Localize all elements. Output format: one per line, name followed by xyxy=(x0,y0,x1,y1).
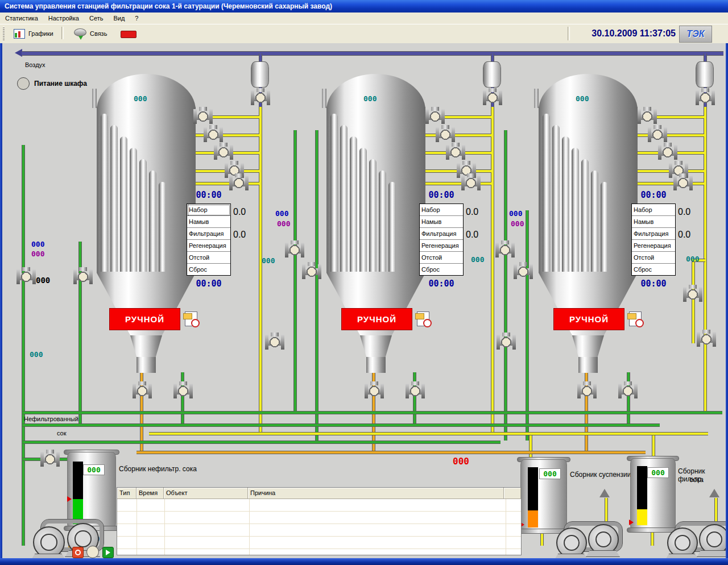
pipe xyxy=(293,130,297,411)
pump[interactable] xyxy=(588,524,619,555)
tank1-label: Сборник нефильтр. сока xyxy=(119,465,197,473)
state-row[interactable]: Набор xyxy=(187,204,230,216)
valve-icon[interactable] xyxy=(638,107,657,126)
state-row[interactable]: Отстой xyxy=(632,252,675,264)
valve-icon[interactable] xyxy=(618,381,638,401)
pump[interactable] xyxy=(699,524,728,555)
valve-icon[interactable] xyxy=(683,285,702,304)
filter1-stem xyxy=(130,335,162,357)
valve-icon[interactable] xyxy=(696,88,715,107)
filter1-timer-bottom: 00:00 xyxy=(187,279,231,289)
valve-icon[interactable] xyxy=(577,381,597,401)
state-row[interactable]: Фильтрация xyxy=(632,228,675,240)
filter1-log-icon[interactable] xyxy=(185,311,197,326)
valve-icon[interactable] xyxy=(461,173,481,193)
valve-icon[interactable] xyxy=(204,125,223,144)
state-row[interactable]: Сброс xyxy=(187,264,230,275)
valve-icon[interactable] xyxy=(251,88,270,107)
valve-icon[interactable] xyxy=(265,333,284,352)
table-gridline xyxy=(249,499,250,555)
link-icon xyxy=(74,28,86,36)
valve-icon[interactable] xyxy=(229,173,249,193)
filter2-stem xyxy=(360,335,392,357)
valve-icon[interactable] xyxy=(658,143,677,162)
state-row[interactable]: Сброс xyxy=(420,264,463,275)
filter1-timer-top: 00:00 xyxy=(187,190,231,200)
pipe xyxy=(652,432,655,458)
valve-icon[interactable] xyxy=(497,333,516,352)
column-header-reason[interactable]: Причина xyxy=(248,488,504,498)
valve-icon[interactable] xyxy=(514,262,533,281)
valve-icon[interactable] xyxy=(133,381,152,401)
state-row[interactable]: Намыв xyxy=(632,216,675,228)
pump-stop-button[interactable] xyxy=(72,547,84,558)
state-row[interactable]: Регенерация xyxy=(420,240,463,252)
pump[interactable] xyxy=(33,526,65,558)
column-header-object[interactable]: Объект xyxy=(164,488,248,498)
column-header-type[interactable]: Тип xyxy=(117,488,136,498)
state-row[interactable]: Намыв xyxy=(187,216,230,228)
state-row[interactable]: Регенерация xyxy=(187,240,230,252)
state-row[interactable]: Отстой xyxy=(420,252,463,264)
filter2-value-top: 0.0 xyxy=(466,207,478,217)
column-header-time[interactable]: Время xyxy=(136,488,164,498)
valve-icon[interactable] xyxy=(365,381,384,401)
air-receiver xyxy=(483,61,501,88)
filter2-dome-value: 000 xyxy=(363,94,377,103)
valve-icon[interactable] xyxy=(648,125,667,144)
pump-start-button[interactable] xyxy=(102,547,114,558)
valve-icon[interactable] xyxy=(40,450,60,469)
menu-help[interactable]: ? xyxy=(130,13,143,24)
table-gridline xyxy=(136,499,137,555)
menu-network[interactable]: Сеть xyxy=(84,13,108,24)
state-row[interactable]: Набор xyxy=(420,204,463,216)
menu-settings[interactable]: Настройка xyxy=(43,13,84,24)
valve-icon[interactable] xyxy=(697,330,716,349)
valve-icon[interactable] xyxy=(302,262,321,281)
valve-icon[interactable] xyxy=(173,381,193,401)
state-row[interactable]: Фильтрация xyxy=(187,228,230,240)
datetime-display: 30.10.2009 11:37:05 xyxy=(592,28,676,39)
link-button[interactable]: Связь xyxy=(68,26,113,41)
filter-tube xyxy=(369,159,377,272)
state-row[interactable]: Отстой xyxy=(187,252,230,264)
valve-icon[interactable] xyxy=(436,125,455,144)
menu-view[interactable]: Вид xyxy=(108,13,130,24)
menu-statistics[interactable]: Статистика xyxy=(0,13,43,24)
filter1-mode-button[interactable]: РУЧНОЙ xyxy=(109,308,180,330)
window-border xyxy=(0,558,728,565)
toolbar: Графики Связь 30.10.2009 11:37:05 ТЭК xyxy=(0,24,728,44)
pump-base xyxy=(697,550,728,557)
valve-icon[interactable] xyxy=(495,240,515,260)
filter3-mode-button[interactable]: РУЧНОЙ xyxy=(553,308,624,330)
valve-icon[interactable] xyxy=(193,107,213,126)
filter-tube xyxy=(379,171,386,272)
valve-icon[interactable] xyxy=(483,88,502,107)
charts-button[interactable]: Графики xyxy=(8,26,59,41)
state-row[interactable]: Намыв xyxy=(420,216,463,228)
state-row[interactable]: Регенерация xyxy=(632,240,675,252)
pump[interactable] xyxy=(667,527,698,558)
valve-icon[interactable] xyxy=(16,267,36,286)
tank3-level-value: 000 xyxy=(647,467,669,478)
state-row[interactable]: Фильтрация xyxy=(420,228,463,240)
valve-icon[interactable] xyxy=(73,267,93,286)
pump[interactable] xyxy=(556,527,587,558)
filter2-timer-bottom: 00:00 xyxy=(419,279,464,289)
valve-icon[interactable] xyxy=(285,240,304,260)
state-row[interactable]: Сброс xyxy=(632,264,675,275)
filter2-timer-top: 00:00 xyxy=(419,190,464,200)
filter3-log-icon[interactable] xyxy=(629,311,642,326)
filter2-log-icon[interactable] xyxy=(417,311,429,326)
filter2-mode-button[interactable]: РУЧНОЙ xyxy=(341,308,412,330)
valve-icon[interactable] xyxy=(446,143,465,162)
pipe xyxy=(651,531,654,546)
valve-icon[interactable] xyxy=(214,143,233,162)
filter-tube xyxy=(350,136,357,272)
valve-icon[interactable] xyxy=(425,107,445,126)
filter3-timer-top: 00:00 xyxy=(631,190,676,200)
state-row[interactable]: Набор xyxy=(632,204,675,216)
valve-icon[interactable] xyxy=(406,381,425,401)
flow-arrow-icon xyxy=(709,489,719,497)
valve-icon[interactable] xyxy=(673,173,693,193)
